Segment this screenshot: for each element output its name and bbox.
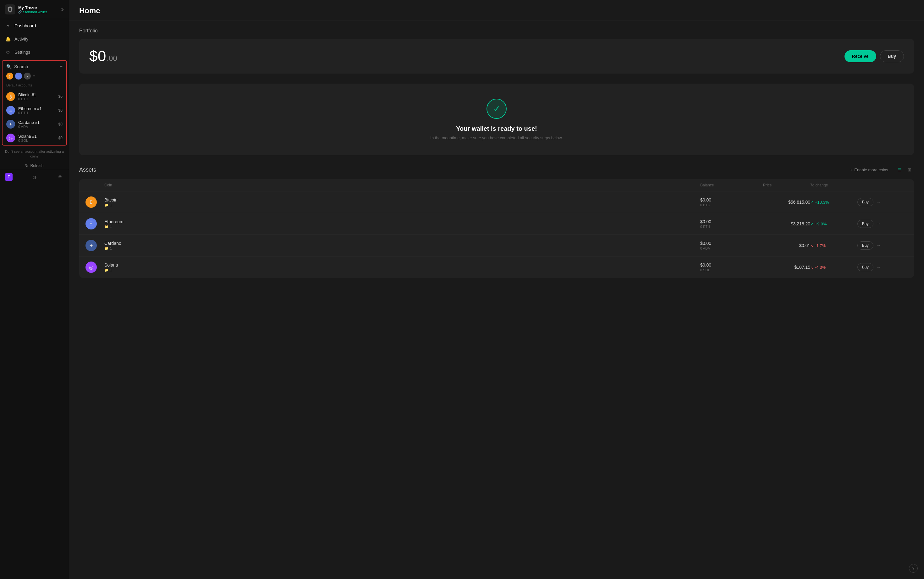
enable-coins-button[interactable]: + Enable more coins — [847, 166, 891, 174]
table-header: Coin Balance Price 7d change — [79, 179, 914, 191]
trezor-logo — [5, 4, 15, 15]
btc-coin-icon: ₿ — [85, 196, 97, 208]
btc-account-usd: $0 — [59, 94, 62, 99]
device-info: My Trezor Standard wallet — [18, 5, 57, 14]
search-header: 🔍 Search + — [3, 61, 66, 73]
btc-balance-usd: $0.00 — [700, 197, 763, 203]
col-change: 7d change — [810, 183, 857, 187]
assets-section: Assets + Enable more coins ☰ ⊞ Coin — [79, 165, 914, 278]
folder-icon: 📁 — [104, 268, 109, 272]
help-icon[interactable]: ? — [909, 564, 918, 573]
wallet-ready-subtitle: In the meantime, make sure you have comp… — [89, 136, 904, 140]
page-title: Home — [79, 6, 914, 15]
portfolio-balance: $0 .00 — [89, 47, 117, 65]
page-header: Home — [69, 0, 924, 20]
ada-change: ↘ -1.7% — [810, 243, 857, 248]
eth-coin-info: Ethereum 📁 1 — [104, 219, 700, 229]
btc-coin-accounts: 📁 1 — [104, 203, 700, 207]
plus-icon: + — [850, 168, 853, 172]
btc-row-actions: Buy → — [857, 198, 895, 206]
portfolio-actions: Receive Buy — [844, 50, 904, 62]
table-row-ada[interactable]: ✦ Cardano 📁 1 $0.00 0 ADA $0.61 — [79, 235, 914, 257]
btc-balance: $0.00 0 BTC — [700, 197, 763, 207]
sol-arrow-icon[interactable]: → — [876, 264, 881, 270]
btc-filter-icon[interactable]: ₿ — [6, 73, 13, 80]
wallet-type-icon[interactable]: T — [5, 173, 13, 181]
btc-arrow-icon[interactable]: → — [876, 199, 881, 205]
sol-row-actions: Buy → — [857, 263, 895, 271]
sidebar-label-dashboard: Dashboard — [15, 23, 36, 28]
list-view-button[interactable]: ☰ — [895, 165, 904, 174]
account-item-eth[interactable]: Ξ Ethereum #1 0 ETH $0 — [3, 103, 66, 117]
account-item-btc[interactable]: ₿ Bitcoin #1 0 BTC $0 — [3, 90, 66, 103]
btc-account-crypto: 0 BTC — [18, 97, 56, 101]
sidebar-label-activity: Activity — [15, 36, 28, 41]
ada-coin-icon: ✦ — [85, 240, 97, 251]
eye-icon[interactable]: 👁 — [56, 173, 64, 181]
sol-buy-button[interactable]: Buy — [857, 263, 873, 271]
refresh-button[interactable]: ↻ Refresh — [0, 162, 69, 170]
eth-coin-icon: Ξ — [85, 218, 97, 229]
content-area: Portfolio $0 .00 Receive Buy ✓ Your wall… — [69, 20, 924, 285]
other-filter-icon[interactable]: • — [24, 73, 31, 80]
eth-buy-button[interactable]: Buy — [857, 220, 873, 228]
grid-view-button[interactable]: ⊞ — [905, 165, 914, 174]
sol-coin-info: Solana 📁 1 — [104, 262, 700, 272]
device-type: Standard wallet — [18, 10, 57, 14]
sol-account-icon: ◎ — [6, 134, 15, 142]
sidebar-item-activity[interactable]: 🔔 Activity — [0, 33, 69, 46]
account-item-ada[interactable]: ✦ Cardano #1 0 ADA $0 — [3, 117, 66, 131]
device-name: My Trezor — [18, 5, 57, 10]
search-icon: 🔍 — [6, 64, 11, 69]
eth-account-name: Ethereum #1 — [18, 106, 56, 111]
folder-icon: 📁 — [104, 203, 109, 207]
sol-coin-accounts: 📁 1 — [104, 268, 700, 272]
ada-balance-usd: $0.00 — [700, 241, 763, 246]
refresh-label: Refresh — [30, 164, 43, 168]
sidebar-item-settings[interactable]: ⚙ Settings — [0, 46, 69, 59]
table-row-btc[interactable]: ₿ Bitcoin 📁 1 $0.00 0 BTC $56,815.00 — [79, 191, 914, 213]
refresh-icon: ↻ — [25, 164, 28, 168]
contrast-icon[interactable]: ◑ — [31, 173, 38, 181]
sol-account-details: Solana #1 0 SOL — [18, 134, 56, 142]
checkmark-icon: ✓ — [493, 104, 500, 114]
eth-account-icon: Ξ — [6, 106, 15, 115]
ada-balance: $0.00 0 ADA — [700, 241, 763, 250]
ada-arrow-icon[interactable]: → — [876, 243, 881, 248]
eth-balance: $0.00 0 ETH — [700, 219, 763, 229]
sol-change: ↘ -4.3% — [810, 265, 857, 270]
bell-icon: 🔔 — [5, 36, 11, 42]
btc-coin-name: Bitcoin — [104, 197, 700, 203]
btc-buy-button[interactable]: Buy — [857, 198, 873, 206]
account-item-sol[interactable]: ◎ Solana #1 0 SOL $0 — [3, 131, 66, 145]
ada-account-icon: ✦ — [6, 120, 15, 129]
sol-account-usd: $0 — [59, 136, 62, 140]
add-account-icon[interactable]: + — [60, 64, 62, 69]
arrow-up-icon: ↗ — [810, 200, 814, 204]
eth-price: $3,218.20 — [763, 221, 810, 226]
receive-button[interactable]: Receive — [844, 50, 876, 62]
sol-account-name: Solana #1 — [18, 134, 56, 139]
btc-account-icon: ₿ — [6, 92, 15, 101]
eth-change: ↗ +9.9% — [810, 222, 857, 226]
eth-filter-icon[interactable]: Ξ — [15, 73, 22, 80]
eth-coin-accounts: 📁 1 — [104, 225, 700, 229]
ada-price: $0.61 — [763, 243, 810, 248]
eth-arrow-icon[interactable]: → — [876, 221, 881, 227]
search-label[interactable]: Search — [14, 64, 28, 69]
table-row-eth[interactable]: Ξ Ethereum 📁 1 $0.00 0 ETH $3,218.20 — [79, 213, 914, 235]
gear-icon: ⚙ — [5, 49, 11, 55]
col-balance: Balance — [700, 183, 763, 187]
device-chevron-icon[interactable]: ⊙ — [60, 7, 64, 11]
sol-balance: $0.00 0 SOL — [700, 262, 763, 272]
table-row-sol[interactable]: ◎ Solana 📁 1 $0.00 0 SOL $107.15 — [79, 257, 914, 278]
eth-account-usd: $0 — [59, 108, 62, 113]
check-circle-icon: ✓ — [486, 99, 507, 119]
buy-button[interactable]: Buy — [880, 50, 904, 62]
sol-account-crypto: 0 SOL — [18, 139, 56, 142]
sidebar: My Trezor Standard wallet ⊙ ⌂ Dashboard … — [0, 0, 69, 579]
ada-buy-button[interactable]: Buy — [857, 241, 873, 250]
device-header[interactable]: My Trezor Standard wallet ⊙ — [0, 0, 69, 19]
filter-lines-icon[interactable]: ≡ — [33, 74, 35, 79]
sidebar-item-dashboard[interactable]: ⌂ Dashboard — [0, 19, 69, 33]
